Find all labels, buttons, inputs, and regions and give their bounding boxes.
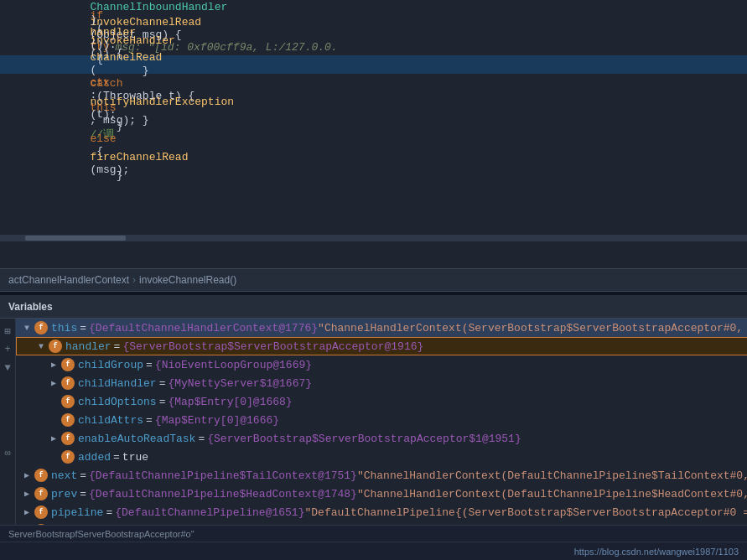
var-icon-next: f	[34, 469, 48, 482]
variables-tab[interactable]: Variables	[8, 301, 53, 313]
var-ref-this: {DefaultChannelHandlerContext@1776}	[89, 322, 318, 334]
breadcrumb-bar: actChannelHandlerContext › invokeChannel…	[0, 268, 747, 292]
expand-icon-next: ▶	[21, 469, 33, 481]
var-ref-handler: {ServerBootstrap$ServerBootstrapAcceptor…	[122, 340, 423, 353]
var-tree: ▼ f this = {DefaultChannelHandlerContext…	[16, 319, 747, 537]
var-icon-childgroup: f	[61, 358, 75, 371]
bottom-file-bar: ServerBootstrapfServerBootstrapAcceptor#…	[0, 525, 747, 542]
var-eq-this: =	[80, 322, 86, 334]
var-ref-pipeline: {DefaultChannelPipeline@1651}	[115, 506, 304, 519]
code-text-10: }	[38, 157, 122, 194]
var-name-pipeline: pipeline	[51, 506, 103, 519]
var-ref-childattrs: {Map$Entry[0]@1666}	[155, 414, 279, 427]
status-url: https://blog.csdn.net/wangwei1987/1103	[574, 547, 739, 557]
expand-icon-this: ▼	[21, 322, 33, 334]
var-icon-handler: f	[49, 340, 62, 353]
var-icon-childhandler: f	[61, 376, 75, 390]
var-row-childhandler[interactable]: ▶ f childHandler = {MyNettyServer$1@1667…	[16, 374, 747, 392]
var-value-added: true	[122, 451, 148, 464]
var-eq-childattrs: =	[146, 414, 153, 427]
var-name-childgroup: childGroup	[78, 359, 143, 371]
var-icon-childattrs: f	[61, 413, 75, 427]
var-icon-autoreadtask: f	[61, 432, 75, 445]
code-line-10: }	[0, 166, 747, 184]
var-name-childoptions: childOptions	[78, 396, 157, 408]
side-gutter: ⊞ + ▼ ∞	[0, 319, 16, 537]
expand-icon-handler: ▼	[35, 340, 47, 352]
var-eq-prev: =	[80, 488, 86, 500]
var-eq-childgroup: =	[146, 359, 153, 371]
var-icon-this: f	[34, 321, 48, 334]
filter-icon[interactable]: ⊞	[0, 324, 15, 339]
var-eq-childhandler: =	[159, 377, 166, 390]
var-row-handler[interactable]: ▼ f handler = {ServerBootstrap$ServerBoo…	[16, 337, 747, 355]
var-icon-prev: f	[34, 487, 48, 500]
var-name-handler: handler	[65, 340, 112, 353]
var-row-pipeline[interactable]: ▶ f pipeline = {DefaultChannelPipeline@1…	[16, 503, 747, 521]
var-name-autoreadtask: enableAutoReadTask	[78, 433, 195, 445]
var-row-autoreadtask[interactable]: ▶ f enableAutoReadTask = {ServerBootstra…	[16, 429, 747, 448]
var-row-added[interactable]: ▶ f added = true	[16, 448, 747, 466]
var-row-childgroup[interactable]: ▶ f childGroup = {NioEventLoopGroup@1669…	[16, 355, 747, 374]
breadcrumb-separator: ›	[132, 274, 136, 286]
var-eq-handler: =	[114, 340, 121, 353]
var-ref-next: {DefaultChannelPipeline$TailContext@1751…	[89, 469, 357, 482]
var-eq-autoreadtask: =	[198, 433, 205, 445]
var-name-prev: prev	[51, 488, 77, 500]
panel-with-gutter: ⊞ + ▼ ∞ ▼ f this = {DefaultChannelHandle…	[0, 319, 747, 537]
add-watch-icon[interactable]: +	[0, 342, 15, 357]
code-scrollbar[interactable]	[0, 235, 747, 241]
var-row-childattrs[interactable]: ▶ f childAttrs = {Map$Entry[0]@1666}	[16, 411, 747, 429]
var-name-next: next	[51, 469, 77, 482]
var-row-childoptions[interactable]: ▶ f childOptions = {Map$Entry[0]@1668}	[16, 392, 747, 411]
var-row-prev[interactable]: ▶ f prev = {DefaultChannelPipeline$HeadC…	[16, 485, 747, 503]
app-container: private void invokeChannelRead (Object m…	[0, 0, 747, 560]
var-value-this: "ChannelHandlerContext(ServerBootstrap$S…	[318, 322, 747, 334]
expand-icon-autoreadtask: ▶	[48, 433, 60, 444]
var-row-next[interactable]: ▶ f next = {DefaultChannelPipeline$TailC…	[16, 466, 747, 485]
var-icon-childoptions: f	[61, 395, 75, 408]
var-ref-childhandler: {MyNettyServer$1@1667}	[168, 377, 312, 390]
bottom-file-text: ServerBootstrapfServerBootstrapAcceptor#…	[8, 529, 195, 539]
var-icon-pipeline: f	[34, 506, 48, 519]
var-value-pipeline: "DefaultChannelPipeline{(ServerBootstrap…	[304, 506, 747, 519]
breadcrumb-part-1: actChannelHandlerContext	[8, 274, 129, 286]
var-eq-pipeline: =	[106, 506, 112, 519]
variables-panel: Variables ⊞ + ▼ ∞ ▼ f this = {Defa	[0, 295, 747, 547]
var-name-childhandler: childHandler	[78, 377, 157, 390]
var-ref-childoptions: {Map$Entry[0]@1668}	[168, 396, 292, 408]
expand-icon-childhandler: ▶	[48, 377, 60, 389]
expand-icon-pipeline: ▶	[21, 506, 33, 518]
var-value-prev: "ChannelHandlerContext(DefaultChannelPip…	[357, 488, 747, 500]
code-scrollbar-thumb[interactable]	[25, 236, 126, 241]
var-name-added: added	[78, 451, 111, 464]
var-ref-childgroup: {NioEventLoopGroup@1669}	[155, 359, 312, 371]
var-name-childattrs: childAttrs	[78, 414, 143, 427]
var-icon-added: f	[61, 450, 75, 464]
status-bar: https://blog.csdn.net/wangwei1987/1103	[0, 542, 747, 560]
var-eq-next: =	[80, 469, 86, 482]
var-row-this[interactable]: ▼ f this = {DefaultChannelHandlerContext…	[16, 319, 747, 337]
expand-all-icon[interactable]: ▼	[0, 360, 15, 376]
expand-icon-childgroup: ▶	[48, 359, 60, 371]
var-name-this: this	[51, 322, 77, 334]
var-eq-added: =	[113, 451, 120, 464]
var-ref-prev: {DefaultChannelPipeline$HeadContext@1748…	[89, 488, 357, 500]
expand-icon-prev: ▶	[21, 488, 33, 500]
variables-header: Variables	[0, 295, 747, 319]
code-editor: private void invokeChannelRead (Object m…	[0, 0, 747, 268]
breadcrumb-part-2: invokeChannelRead()	[139, 274, 236, 286]
collapse-all-icon[interactable]: ∞	[0, 446, 15, 461]
var-eq-childoptions: =	[159, 396, 166, 408]
var-value-next: "ChannelHandlerContext(DefaultChannelPip…	[357, 469, 747, 482]
variables-main: ▼ f this = {DefaultChannelHandlerContext…	[16, 319, 747, 537]
var-ref-autoreadtask: {ServerBootstrap$ServerBootstrapAcceptor…	[207, 433, 521, 445]
